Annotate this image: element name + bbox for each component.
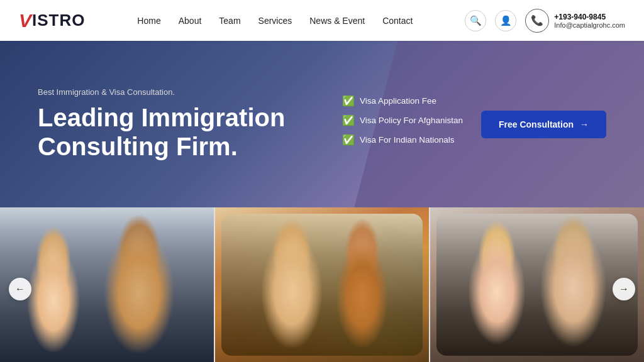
hero-title: Leading Immigration Consulting Firm.	[38, 103, 317, 161]
nav-item-team[interactable]: Team	[219, 15, 240, 26]
logo[interactable]: V ISTRO	[19, 10, 85, 31]
cta-label: Free Consultation	[499, 119, 574, 129]
cta-arrow-icon: →	[580, 119, 589, 129]
nav-link-about[interactable]: About	[179, 16, 202, 26]
nav-item-about[interactable]: About	[179, 15, 202, 26]
nav-link-team[interactable]: Team	[219, 16, 240, 26]
card-next-button[interactable]: →	[613, 278, 635, 300]
check-icon-2: ✅	[342, 114, 355, 126]
phone-number: +193-940-9845	[554, 13, 625, 21]
navbar: V ISTRO Home About Team Services News & …	[0, 0, 644, 41]
nav-link-home[interactable]: Home	[137, 16, 160, 26]
feature-1: ✅ Visa Application Fee	[342, 95, 480, 107]
hero-subtitle: Best Immigration & Visa Consultation.	[38, 87, 317, 97]
free-consultation-button[interactable]: Free Consultation →	[481, 111, 606, 138]
check-icon-3: ✅	[342, 134, 355, 146]
contact-info: 📞 +193-940-9845 Info@captialgrohc.com	[525, 9, 625, 33]
search-button[interactable]: 🔍	[465, 10, 486, 31]
phone-icon: 📞	[531, 14, 543, 26]
contact-details: +193-940-9845 Info@captialgrohc.com	[554, 13, 625, 29]
arrow-left-icon: ←	[15, 283, 25, 295]
card-2	[215, 207, 429, 362]
card-1: ←	[0, 207, 214, 362]
arrow-right-icon: →	[619, 283, 629, 295]
nav-right: 🔍 👤 📞 +193-940-9845 Info@captialgrohc.co…	[465, 9, 625, 33]
feature-label-1: Visa Application Fee	[360, 96, 436, 106]
card-1-photo	[0, 207, 214, 362]
nav-item-contact[interactable]: Contact	[382, 15, 413, 26]
nav-item-news[interactable]: News & Event	[309, 15, 365, 26]
hero-cta: Free Consultation →	[480, 111, 606, 138]
nav-item-services[interactable]: Services	[258, 15, 292, 26]
check-icon-1: ✅	[342, 95, 355, 107]
feature-3: ✅ Visa For Indian Nationals	[342, 134, 480, 146]
nav-link-contact[interactable]: Contact	[382, 16, 413, 26]
feature-label-3: Visa For Indian Nationals	[360, 135, 455, 145]
user-icon: 👤	[500, 15, 512, 26]
hero-left: Best Immigration & Visa Consultation. Le…	[38, 87, 317, 161]
hero-title-line2: Consulting Firm.	[38, 133, 238, 160]
card-2-photo	[221, 214, 423, 356]
feature-label-2: Visa Policy For Afghanistan	[360, 116, 463, 125]
card-3-photo	[436, 214, 638, 356]
search-icon: 🔍	[470, 15, 482, 26]
email-address: Info@captialgrohc.com	[554, 21, 625, 29]
user-button[interactable]: 👤	[495, 10, 516, 31]
nav-item-home[interactable]: Home	[137, 15, 160, 26]
hero-title-line1: Leading Immigration	[38, 104, 285, 131]
nav-link-services[interactable]: Services	[258, 16, 292, 26]
feature-2: ✅ Visa Policy For Afghanistan	[342, 114, 480, 126]
logo-text: ISTRO	[32, 11, 85, 30]
cards-section: ← →	[0, 207, 644, 362]
logo-v: V	[19, 10, 32, 31]
nav-links: Home About Team Services News & Event Co…	[137, 15, 413, 26]
card-prev-button[interactable]: ←	[9, 278, 31, 300]
nav-link-news[interactable]: News & Event	[309, 16, 365, 26]
hero-features: ✅ Visa Application Fee ✅ Visa Policy For…	[317, 95, 480, 153]
card-3: →	[430, 207, 644, 362]
phone-icon-circle: 📞	[525, 9, 549, 33]
hero-section: Best Immigration & Visa Consultation. Le…	[0, 41, 644, 207]
